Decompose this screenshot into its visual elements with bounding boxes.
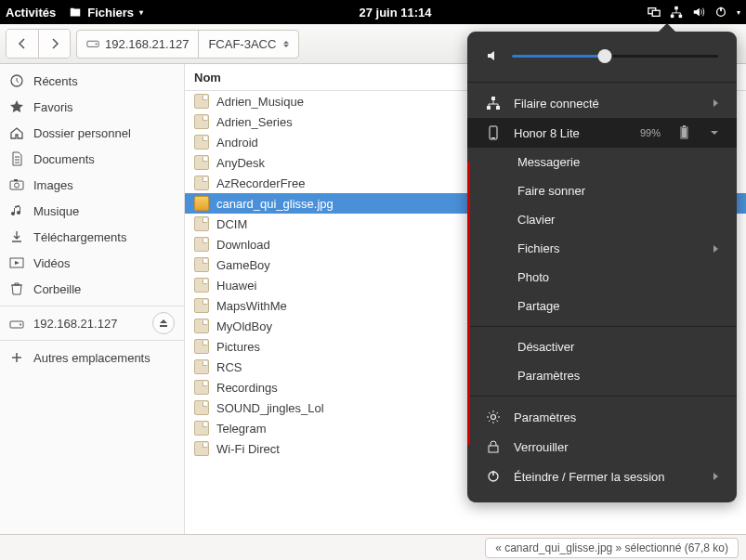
svg-rect-2	[674, 7, 678, 10]
device-row[interactable]: Honor 8 Lite 99%	[467, 118, 737, 148]
submenu-label: Paramètres	[517, 369, 580, 383]
gear-icon	[486, 410, 501, 424]
sidebar-item-9[interactable]: 192.168.21.127	[0, 306, 184, 336]
sidebar-item-10[interactable]: Autres emplacements	[0, 340, 184, 371]
svg-rect-22	[682, 128, 687, 137]
file-name: Android	[216, 136, 258, 150]
sidebar: RécentsFavorisDossier personnelDocuments…	[0, 64, 185, 534]
network-icon	[670, 6, 683, 19]
submenu-label: Fichiers	[517, 241, 560, 255]
device-submenu-item[interactable]: Partage	[467, 292, 737, 320]
folder-icon	[194, 176, 209, 190]
path-address: 192.168.21.127	[105, 37, 189, 51]
folder-icon	[194, 216, 209, 231]
top-bar: Activités Fichiers ▾ 27 juin 11:14 ▾	[0, 0, 746, 24]
sidebar-item-5[interactable]: Musique	[0, 198, 184, 224]
device-submenu-item[interactable]: Fichiers	[467, 234, 737, 263]
svg-rect-4	[679, 15, 683, 19]
device-submenu-item[interactable]: Messagerie	[467, 148, 737, 176]
svg-rect-16	[491, 97, 495, 100]
submenu-label: Messagerie	[517, 155, 580, 169]
path-menu-icon[interactable]	[283, 41, 289, 47]
camera-icon	[9, 177, 24, 192]
folder-icon	[194, 278, 209, 293]
chevron-right-icon	[713, 99, 718, 107]
folder-icon	[194, 94, 209, 109]
path-bar[interactable]: 192.168.21.127 FCAF-3ACC	[76, 30, 299, 59]
file-name: GameBoy	[216, 258, 270, 272]
activities-button[interactable]: Activités	[6, 6, 56, 20]
sidebar-item-7[interactable]: Vidéos	[0, 250, 184, 276]
file-name: Pictures	[216, 340, 260, 354]
device-submenu-item[interactable]: Désactiver	[467, 332, 737, 361]
file-name: AnyDesk	[216, 156, 265, 170]
sidebar-item-3[interactable]: Documents	[0, 146, 184, 172]
lock-icon	[486, 439, 501, 454]
lock-row[interactable]: Verrouiller	[467, 432, 737, 462]
svg-rect-17	[487, 106, 491, 110]
sidebar-item-2[interactable]: Dossier personnel	[0, 120, 184, 146]
file-name: Wi-Fi Direct	[216, 442, 280, 456]
power-row[interactable]: Éteindre / Fermer la session	[467, 462, 737, 491]
svg-rect-18	[496, 106, 500, 110]
svg-rect-19	[490, 126, 497, 139]
file-name: Huawei	[216, 279, 256, 293]
plus-icon	[9, 350, 24, 365]
dropdown-icon: ▾	[737, 8, 740, 17]
screen-icon	[648, 6, 661, 19]
sidebar-item-1[interactable]: Favoris	[0, 94, 184, 120]
folder-icon	[194, 257, 209, 272]
svg-rect-3	[671, 15, 674, 19]
wired-label: Filaire connecté	[514, 97, 599, 111]
chevron-down-icon	[711, 131, 718, 135]
home-icon	[9, 125, 24, 140]
volume-icon	[692, 6, 705, 19]
sidebar-label: 192.168.21.127	[33, 317, 117, 331]
download-icon	[9, 229, 24, 244]
file-name: MyOldBoy	[216, 319, 272, 333]
sidebar-label: Autres emplacements	[33, 351, 151, 365]
drive-icon	[9, 316, 24, 331]
power-label: Éteindre / Fermer la session	[514, 470, 665, 484]
folder-icon	[194, 135, 209, 150]
sidebar-item-6[interactable]: Téléchargements	[0, 224, 184, 250]
svg-rect-23	[683, 125, 686, 127]
svg-rect-27	[492, 471, 494, 475]
sidebar-item-0[interactable]: Récents	[0, 68, 184, 94]
sidebar-label: Téléchargements	[33, 230, 126, 244]
clock[interactable]: 27 juin 11:14	[360, 6, 432, 20]
folder-icon	[194, 155, 209, 170]
file-name: canard_qui_glisse.jpg	[216, 197, 334, 211]
phone-icon	[486, 125, 501, 140]
trash-icon	[9, 281, 24, 296]
eject-button[interactable]	[152, 312, 175, 334]
system-tray[interactable]: ▾	[648, 6, 740, 19]
status-bar: « canard_qui_glisse.jpg » sélectionné (6…	[0, 534, 746, 560]
video-icon	[9, 255, 24, 270]
folder-icon	[194, 380, 209, 395]
app-menu[interactable]: Fichiers ▾	[69, 6, 143, 20]
back-button[interactable]	[7, 30, 38, 58]
svg-point-11	[15, 183, 20, 188]
device-submenu-item[interactable]: Clavier	[467, 205, 737, 234]
volume-slider[interactable]	[512, 55, 718, 58]
status-text: « canard_qui_glisse.jpg » sélectionné (6…	[485, 538, 739, 558]
app-name: Fichiers	[87, 6, 134, 20]
forward-button[interactable]	[38, 30, 70, 58]
doc-icon	[9, 151, 24, 166]
volume-icon	[486, 48, 501, 63]
star-icon	[9, 99, 24, 114]
device-submenu-item[interactable]: Paramètres	[467, 361, 737, 390]
sidebar-label: Récents	[33, 74, 78, 88]
file-name: AzRecorderFree	[216, 176, 305, 190]
device-submenu-item[interactable]: Photo	[467, 263, 737, 292]
sidebar-item-4[interactable]: Images	[0, 172, 184, 198]
sidebar-label: Dossier personnel	[33, 126, 131, 140]
wired-connection[interactable]: Filaire connecté	[467, 88, 737, 118]
sidebar-item-8[interactable]: Corbeille	[0, 276, 184, 302]
submenu-label: Partage	[517, 299, 560, 313]
chevron-right-icon	[713, 245, 718, 253]
device-submenu-item[interactable]: Faire sonner	[467, 176, 737, 205]
power-icon	[714, 6, 727, 19]
settings-row[interactable]: Paramètres	[467, 402, 737, 432]
